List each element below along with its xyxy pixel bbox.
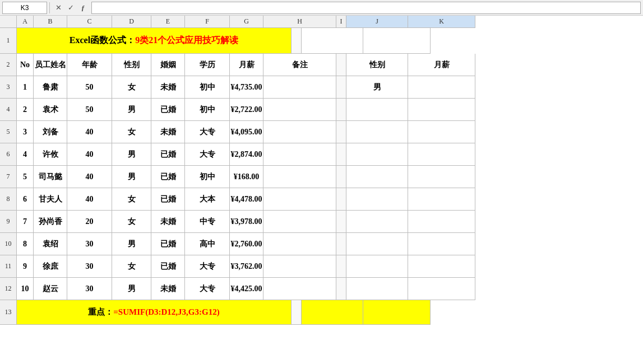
col-header-i[interactable]: I bbox=[336, 16, 346, 28]
cell-12-a[interactable]: 10 bbox=[17, 278, 34, 300]
cell-7-b[interactable]: 司马懿 bbox=[34, 166, 67, 188]
cell-10-j[interactable] bbox=[346, 233, 408, 255]
formula-icon[interactable]: ƒ bbox=[77, 2, 89, 14]
col-header-d[interactable]: D bbox=[112, 16, 151, 28]
cell-3-b[interactable]: 鲁肃 bbox=[34, 76, 67, 99]
name-box[interactable]: K3 bbox=[2, 2, 47, 14]
cell-9-b[interactable]: 孙尚香 bbox=[34, 211, 67, 233]
cell-6-h[interactable] bbox=[263, 143, 336, 166]
cell-8-g[interactable]: ¥4,478.00 bbox=[230, 188, 263, 211]
cell-6-a[interactable]: 4 bbox=[17, 143, 34, 166]
cell-8-b[interactable]: 甘夫人 bbox=[34, 188, 67, 211]
cell-11-d[interactable]: 女 bbox=[112, 255, 151, 278]
cell-8-f[interactable]: 大本 bbox=[185, 188, 230, 211]
cell-11-c[interactable]: 30 bbox=[67, 255, 112, 278]
cell-10-a[interactable]: 8 bbox=[17, 233, 34, 255]
col-header-h[interactable]: H bbox=[263, 16, 336, 28]
cell-7-k[interactable] bbox=[408, 166, 475, 188]
cell-11-b[interactable]: 徐庶 bbox=[34, 255, 67, 278]
cell-7-a[interactable]: 5 bbox=[17, 166, 34, 188]
cell-4-g[interactable]: ¥2,722.00 bbox=[230, 99, 263, 121]
cell-5-e[interactable]: 未婚 bbox=[151, 121, 185, 143]
cell-6-c[interactable]: 40 bbox=[67, 143, 112, 166]
cell-12-k[interactable] bbox=[408, 278, 475, 300]
cell-4-a[interactable]: 2 bbox=[17, 99, 34, 121]
cell-11-e[interactable]: 已婚 bbox=[151, 255, 185, 278]
cell-5-j[interactable] bbox=[346, 121, 408, 143]
confirm-icon[interactable]: ✓ bbox=[64, 2, 77, 14]
cell-4-e[interactable]: 已婚 bbox=[151, 99, 185, 121]
col-header-k[interactable]: K bbox=[408, 16, 475, 28]
cell-12-b[interactable]: 赵云 bbox=[34, 278, 67, 300]
cell-12-e[interactable]: 未婚 bbox=[151, 278, 185, 300]
col-header-g[interactable]: G bbox=[230, 16, 263, 28]
cell-5-f[interactable]: 大专 bbox=[185, 121, 230, 143]
cell-10-k[interactable] bbox=[408, 233, 475, 255]
cell-13-j[interactable] bbox=[302, 300, 363, 325]
cell-6-g[interactable]: ¥2,874.00 bbox=[230, 143, 263, 166]
cell-9-c[interactable]: 20 bbox=[67, 211, 112, 233]
cell-10-c[interactable]: 30 bbox=[67, 233, 112, 255]
cell-9-j[interactable] bbox=[346, 211, 408, 233]
cell-3-d[interactable]: 女 bbox=[112, 76, 151, 99]
cell-5-a[interactable]: 3 bbox=[17, 121, 34, 143]
cell-11-a[interactable]: 9 bbox=[17, 255, 34, 278]
cell-3-f[interactable]: 初中 bbox=[185, 76, 230, 99]
cell-9-k[interactable] bbox=[408, 211, 475, 233]
cell-3-h[interactable] bbox=[263, 76, 336, 99]
cancel-icon[interactable]: ✕ bbox=[52, 2, 64, 14]
cell-4-k[interactable] bbox=[408, 99, 475, 121]
cell-8-j[interactable] bbox=[346, 188, 408, 211]
cell-6-d[interactable]: 男 bbox=[112, 143, 151, 166]
cell-7-f[interactable]: 初中 bbox=[185, 166, 230, 188]
col-header-c[interactable]: C bbox=[67, 16, 112, 28]
cell-9-f[interactable]: 中专 bbox=[185, 211, 230, 233]
cell-12-f[interactable]: 大专 bbox=[185, 278, 230, 300]
cell-3-c[interactable]: 50 bbox=[67, 76, 112, 99]
cell-11-g[interactable]: ¥3,762.00 bbox=[230, 255, 263, 278]
cell-3-j[interactable]: 男 bbox=[346, 76, 408, 99]
col-header-b[interactable]: B bbox=[34, 16, 67, 28]
cell-10-h[interactable] bbox=[263, 233, 336, 255]
cell-4-h[interactable] bbox=[263, 99, 336, 121]
cell-12-c[interactable]: 30 bbox=[67, 278, 112, 300]
cell-12-d[interactable]: 男 bbox=[112, 278, 151, 300]
cell-4-j[interactable] bbox=[346, 99, 408, 121]
cell-7-h[interactable] bbox=[263, 166, 336, 188]
cell-8-d[interactable]: 女 bbox=[112, 188, 151, 211]
cell-11-j[interactable] bbox=[346, 255, 408, 278]
cell-8-e[interactable]: 已婚 bbox=[151, 188, 185, 211]
cell-6-j[interactable] bbox=[346, 143, 408, 166]
cell-11-f[interactable]: 大专 bbox=[185, 255, 230, 278]
cell-10-d[interactable]: 男 bbox=[112, 233, 151, 255]
col-header-e[interactable]: E bbox=[151, 16, 185, 28]
cell-3-g[interactable]: ¥4,735.00 bbox=[230, 76, 263, 99]
cell-3-k[interactable] bbox=[408, 76, 475, 99]
cell-9-h[interactable] bbox=[263, 211, 336, 233]
cell-5-d[interactable]: 女 bbox=[112, 121, 151, 143]
cell-5-g[interactable]: ¥4,095.00 bbox=[230, 121, 263, 143]
cell-3-a[interactable]: 1 bbox=[17, 76, 34, 99]
cell-11-k[interactable] bbox=[408, 255, 475, 278]
cell-7-e[interactable]: 已婚 bbox=[151, 166, 185, 188]
col-header-j[interactable]: J bbox=[346, 16, 408, 28]
cell-4-b[interactable]: 袁术 bbox=[34, 99, 67, 121]
cell-6-e[interactable]: 已婚 bbox=[151, 143, 185, 166]
cell-4-d[interactable]: 男 bbox=[112, 99, 151, 121]
cell-7-j[interactable] bbox=[346, 166, 408, 188]
col-header-a[interactable]: A bbox=[17, 16, 34, 28]
cell-8-h[interactable] bbox=[263, 188, 336, 211]
cell-7-d[interactable]: 男 bbox=[112, 166, 151, 188]
cell-1-j[interactable] bbox=[302, 28, 363, 54]
cell-5-c[interactable]: 40 bbox=[67, 121, 112, 143]
cell-13-k[interactable] bbox=[363, 300, 431, 325]
cell-9-a[interactable]: 7 bbox=[17, 211, 34, 233]
cell-8-a[interactable]: 6 bbox=[17, 188, 34, 211]
cell-8-k[interactable] bbox=[408, 188, 475, 211]
cell-12-h[interactable] bbox=[263, 278, 336, 300]
cell-1-k[interactable] bbox=[363, 28, 431, 54]
cell-9-g[interactable]: ¥3,978.00 bbox=[230, 211, 263, 233]
cell-5-b[interactable]: 刘备 bbox=[34, 121, 67, 143]
cell-6-f[interactable]: 大专 bbox=[185, 143, 230, 166]
cell-6-k[interactable] bbox=[408, 143, 475, 166]
